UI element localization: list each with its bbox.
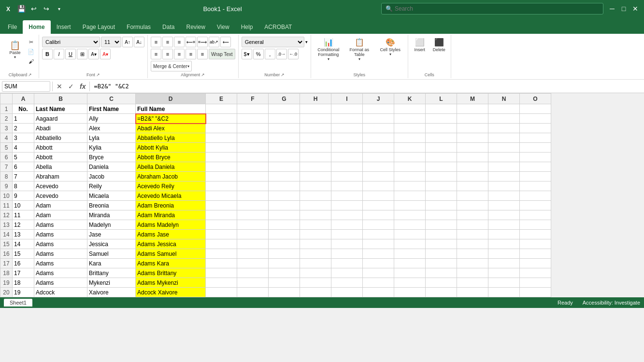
clipboard-expand-icon[interactable]: ↗ bbox=[28, 72, 32, 77]
cell-J3[interactable] bbox=[363, 124, 394, 133]
cell-H18[interactable] bbox=[300, 268, 331, 278]
cell-N1[interactable] bbox=[488, 104, 520, 114]
cell-I4[interactable] bbox=[331, 133, 363, 143]
cell-M20[interactable] bbox=[457, 288, 488, 297]
cell-G16[interactable] bbox=[269, 249, 300, 259]
cell-D20[interactable]: Adcock Xaivore bbox=[136, 288, 206, 297]
cell-F4[interactable] bbox=[237, 133, 269, 143]
cell-G10[interactable] bbox=[269, 191, 300, 201]
cell-N15[interactable] bbox=[488, 239, 520, 249]
cell-N12[interactable] bbox=[488, 210, 520, 220]
cell-N20[interactable] bbox=[488, 288, 520, 297]
cell-J10[interactable] bbox=[363, 191, 394, 201]
cell-B17[interactable]: Adams bbox=[34, 259, 87, 268]
cell-M3[interactable] bbox=[457, 124, 488, 133]
cell-D13[interactable]: Adams Madelyn bbox=[136, 220, 206, 230]
cell-F12[interactable] bbox=[237, 210, 269, 220]
cell-C10[interactable]: Micaela bbox=[87, 191, 136, 201]
indent-decrease-button[interactable]: ⟵≡ bbox=[186, 37, 196, 47]
cell-B20[interactable]: Adcock bbox=[34, 288, 87, 297]
save-icon[interactable]: 💾 bbox=[16, 4, 26, 14]
cell-I10[interactable] bbox=[331, 191, 363, 201]
cell-F15[interactable] bbox=[237, 239, 269, 249]
cell-K2[interactable] bbox=[394, 114, 426, 124]
cell-E6[interactable] bbox=[206, 153, 237, 162]
cell-D18[interactable]: Adams Brittany bbox=[136, 268, 206, 278]
cell-G5[interactable] bbox=[269, 143, 300, 153]
cell-N17[interactable] bbox=[488, 259, 520, 268]
cell-G1[interactable] bbox=[269, 104, 300, 114]
cell-M10[interactable] bbox=[457, 191, 488, 201]
cell-N10[interactable] bbox=[488, 191, 520, 201]
cell-M12[interactable] bbox=[457, 210, 488, 220]
col-header-j[interactable]: J bbox=[363, 94, 394, 104]
cell-K15[interactable] bbox=[394, 239, 426, 249]
cell-F1[interactable] bbox=[237, 104, 269, 114]
tab-page-layout[interactable]: Page Layout bbox=[77, 20, 121, 34]
cell-B19[interactable]: Adams bbox=[34, 278, 87, 288]
cell-H15[interactable] bbox=[300, 239, 331, 249]
cell-I15[interactable] bbox=[331, 239, 363, 249]
cell-D5[interactable]: Abbott Kylia bbox=[136, 143, 206, 153]
cell-A1[interactable]: No. bbox=[13, 104, 34, 114]
align-distributed-button[interactable]: ≡ bbox=[197, 49, 208, 59]
cell-M17[interactable] bbox=[457, 259, 488, 268]
cell-C11[interactable]: Breonia bbox=[87, 201, 136, 210]
cell-O8[interactable] bbox=[520, 172, 551, 181]
cell-L10[interactable] bbox=[426, 191, 457, 201]
cell-E9[interactable] bbox=[206, 181, 237, 191]
cell-N2[interactable] bbox=[488, 114, 520, 124]
conditional-formatting-button[interactable]: 📊 ConditionalFormatting ▾ bbox=[314, 37, 343, 62]
increase-font-button[interactable]: A↑ bbox=[122, 37, 133, 47]
cell-A9[interactable]: 8 bbox=[13, 181, 34, 191]
cell-F16[interactable] bbox=[237, 249, 269, 259]
cell-G2[interactable] bbox=[269, 114, 300, 124]
cell-A7[interactable]: 6 bbox=[13, 162, 34, 172]
cell-L19[interactable] bbox=[426, 278, 457, 288]
cell-H14[interactable] bbox=[300, 230, 331, 239]
cell-E14[interactable] bbox=[206, 230, 237, 239]
cell-I5[interactable] bbox=[331, 143, 363, 153]
decrease-decimal-button[interactable]: ←.0 bbox=[288, 49, 299, 59]
col-header-g[interactable]: G bbox=[269, 94, 300, 104]
align-justify-button[interactable]: ≡ bbox=[186, 49, 196, 59]
cell-L17[interactable] bbox=[426, 259, 457, 268]
cell-E20[interactable] bbox=[206, 288, 237, 297]
tab-file[interactable]: File bbox=[2, 20, 23, 34]
col-header-l[interactable]: L bbox=[426, 94, 457, 104]
cell-B7[interactable]: Abella bbox=[34, 162, 87, 172]
cell-G20[interactable] bbox=[269, 288, 300, 297]
cell-C3[interactable]: Alex bbox=[87, 124, 136, 133]
cell-G19[interactable] bbox=[269, 278, 300, 288]
cell-F17[interactable] bbox=[237, 259, 269, 268]
col-header-f[interactable]: F bbox=[237, 94, 269, 104]
sheet-tab[interactable]: Sheet1 bbox=[4, 299, 32, 306]
cell-H7[interactable] bbox=[300, 162, 331, 172]
cell-F20[interactable] bbox=[237, 288, 269, 297]
cell-H9[interactable] bbox=[300, 181, 331, 191]
cell-K16[interactable] bbox=[394, 249, 426, 259]
border-button[interactable]: ⊞ bbox=[77, 49, 87, 59]
cell-J17[interactable] bbox=[363, 259, 394, 268]
cell-O6[interactable] bbox=[520, 153, 551, 162]
cell-I11[interactable] bbox=[331, 201, 363, 210]
cell-G8[interactable] bbox=[269, 172, 300, 181]
wrap-text-button[interactable]: Wrap Text bbox=[209, 49, 235, 59]
number-expand-icon[interactable]: ↗ bbox=[281, 72, 285, 77]
cell-A20[interactable]: 19 bbox=[13, 288, 34, 297]
cell-G15[interactable] bbox=[269, 239, 300, 249]
cell-A17[interactable]: 16 bbox=[13, 259, 34, 268]
cell-H20[interactable] bbox=[300, 288, 331, 297]
cell-H10[interactable] bbox=[300, 191, 331, 201]
cell-D7[interactable]: Abella Daniela bbox=[136, 162, 206, 172]
cell-D3[interactable]: Abadi Alex bbox=[136, 124, 206, 133]
cell-O13[interactable] bbox=[520, 220, 551, 230]
cell-D17[interactable]: Adams Kara bbox=[136, 259, 206, 268]
cell-C4[interactable]: Lyla bbox=[87, 133, 136, 143]
cell-O12[interactable] bbox=[520, 210, 551, 220]
font-size-select[interactable]: 11 bbox=[101, 37, 121, 47]
tab-formulas[interactable]: Formulas bbox=[121, 20, 157, 34]
col-header-m[interactable]: M bbox=[457, 94, 488, 104]
cell-D16[interactable]: Adams Samuel bbox=[136, 249, 206, 259]
cell-L3[interactable] bbox=[426, 124, 457, 133]
